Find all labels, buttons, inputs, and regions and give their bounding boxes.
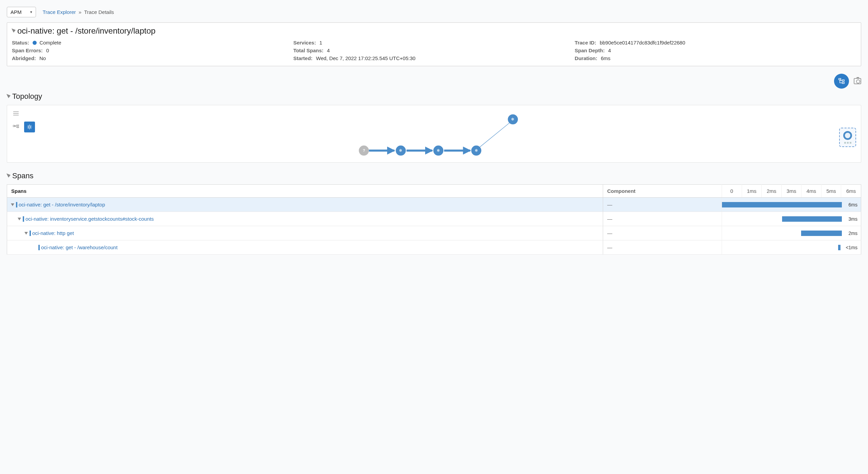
col-time-1: 1ms bbox=[742, 185, 762, 198]
span-color-marker bbox=[38, 245, 40, 250]
col-spans[interactable]: Spans bbox=[7, 185, 603, 198]
svg-text:✻: ✻ bbox=[437, 148, 440, 152]
topology-panel: ? ✻ ✻ ✻ ✻ bbox=[7, 105, 861, 163]
span-depth-label: Span Depth: bbox=[575, 48, 604, 53]
breadcrumb-separator: » bbox=[79, 9, 82, 15]
span-duration-bar[interactable] bbox=[722, 202, 842, 207]
span-row[interactable]: oci-native: get - /store/inventory/lapto… bbox=[7, 198, 861, 212]
span-duration-bar[interactable] bbox=[782, 216, 842, 222]
span-duration-label: 6ms bbox=[842, 202, 857, 207]
services-value: 1 bbox=[320, 40, 322, 45]
span-name-link[interactable]: oci-native: get - /warehouse/count bbox=[41, 244, 117, 250]
svg-line-15 bbox=[480, 122, 510, 147]
layout-icon[interactable] bbox=[11, 122, 21, 132]
span-color-marker bbox=[23, 216, 24, 222]
svg-rect-8 bbox=[17, 127, 19, 128]
span-duration-label: 3ms bbox=[842, 216, 857, 222]
services-label: Services: bbox=[293, 40, 316, 45]
gear-icon bbox=[27, 124, 32, 130]
timeline-cell: 6ms bbox=[722, 198, 861, 212]
status-dot-icon bbox=[33, 41, 37, 45]
span-depth-value: 4 bbox=[608, 48, 611, 53]
tree-view-icon bbox=[838, 78, 845, 84]
span-name-link[interactable]: oci-native: http get bbox=[32, 230, 74, 236]
component-cell: — bbox=[603, 240, 722, 255]
span-errors-label: Span Errors: bbox=[12, 48, 43, 53]
spans-title: Spans bbox=[12, 171, 33, 180]
span-duration-bar[interactable] bbox=[838, 245, 840, 250]
started-value: Wed, Dec 7, 2022 17:02:25.545 UTC+05:30 bbox=[316, 55, 416, 61]
svg-point-11 bbox=[29, 126, 31, 128]
span-name-link[interactable]: oci-native: get - /store/inventory/lapto… bbox=[19, 202, 105, 207]
duration-label: Duration: bbox=[575, 55, 597, 61]
started-label: Started: bbox=[293, 55, 313, 61]
svg-rect-0 bbox=[839, 78, 841, 80]
breadcrumb: Trace Explorer » Trace Details bbox=[43, 9, 114, 15]
spans-table: Spans Component 0 1ms 2ms 3ms 4ms 5ms 6m… bbox=[7, 184, 861, 255]
component-cell: — bbox=[603, 212, 722, 226]
duration-value: 6ms bbox=[601, 55, 610, 61]
col-component[interactable]: Component bbox=[603, 185, 722, 198]
component-cell: — bbox=[603, 226, 722, 240]
settings-button[interactable] bbox=[24, 122, 35, 132]
status-value: Complete bbox=[39, 40, 61, 45]
component-cell: — bbox=[603, 198, 722, 212]
trace-id-label: Trace ID: bbox=[575, 40, 596, 45]
svg-text:✻: ✻ bbox=[475, 148, 478, 152]
legend-ring-icon bbox=[843, 131, 852, 140]
screenshot-button[interactable] bbox=[854, 78, 861, 84]
col-time-2: 2ms bbox=[762, 185, 782, 198]
col-time-5: 5ms bbox=[821, 185, 841, 198]
span-color-marker bbox=[16, 202, 17, 207]
breadcrumb-current: Trace Details bbox=[84, 9, 114, 15]
topology-node[interactable]: ✻ bbox=[396, 146, 406, 156]
svg-rect-1 bbox=[842, 80, 844, 81]
topology-node[interactable]: ✻ bbox=[508, 114, 518, 125]
svg-line-9 bbox=[15, 125, 17, 126]
spans-toggle-icon[interactable] bbox=[6, 174, 11, 178]
apm-selector-value: APM bbox=[11, 9, 22, 15]
view-mode-button[interactable] bbox=[834, 74, 849, 89]
col-time-0: 0 bbox=[722, 185, 742, 198]
span-errors-value: 0 bbox=[46, 48, 49, 53]
trace-summary-panel: oci-native: get - /store/inventory/lapto… bbox=[7, 22, 861, 66]
total-spans-label: Total Spans: bbox=[293, 48, 324, 53]
topology-legend[interactable] bbox=[839, 128, 856, 147]
svg-text:?: ? bbox=[363, 148, 365, 152]
legend-dots-icon bbox=[844, 142, 851, 144]
topology-toggle-icon[interactable] bbox=[6, 94, 11, 99]
apm-selector[interactable]: APM ▾ bbox=[7, 7, 36, 17]
menu-icon[interactable] bbox=[11, 108, 21, 119]
svg-rect-2 bbox=[842, 82, 844, 84]
trace-title: oci-native: get - /store/inventory/lapto… bbox=[17, 26, 156, 36]
timeline-cell: 2ms bbox=[722, 226, 861, 240]
expand-toggle-icon[interactable] bbox=[11, 203, 14, 206]
span-duration-bar[interactable] bbox=[801, 231, 842, 236]
span-row[interactable]: oci-native: inventoryservice.getstockcou… bbox=[7, 212, 861, 226]
total-spans-value: 4 bbox=[327, 48, 330, 53]
topology-title: Topology bbox=[12, 92, 42, 101]
breadcrumb-parent-link[interactable]: Trace Explorer bbox=[43, 9, 76, 15]
svg-line-10 bbox=[15, 126, 17, 127]
span-row[interactable]: oci-native: http get—2ms bbox=[7, 226, 861, 240]
timeline-cell: 3ms bbox=[722, 212, 861, 226]
abridged-label: Abridged: bbox=[12, 55, 36, 61]
span-color-marker bbox=[30, 231, 31, 236]
topology-node[interactable]: ✻ bbox=[433, 146, 444, 156]
topology-node[interactable]: ✻ bbox=[471, 146, 482, 156]
expand-toggle-icon[interactable] bbox=[18, 218, 21, 220]
chevron-down-icon: ▾ bbox=[30, 10, 32, 14]
timeline-cell: <1ms bbox=[722, 240, 861, 255]
status-label: Status: bbox=[12, 40, 29, 45]
span-row[interactable]: oci-native: get - /warehouse/count—<1ms bbox=[7, 240, 861, 255]
abridged-value: No bbox=[39, 55, 46, 61]
collapse-toggle-icon[interactable] bbox=[12, 29, 16, 33]
col-time-4: 4ms bbox=[801, 185, 821, 198]
topology-graph[interactable]: ? ✻ ✻ ✻ ✻ bbox=[7, 105, 861, 162]
span-name-link[interactable]: oci-native: inventoryservice.getstockcou… bbox=[25, 216, 154, 222]
svg-text:✻: ✻ bbox=[399, 148, 402, 152]
svg-text:✻: ✻ bbox=[511, 117, 514, 121]
svg-rect-6 bbox=[13, 125, 15, 127]
col-time-3: 3ms bbox=[781, 185, 801, 198]
expand-toggle-icon[interactable] bbox=[24, 232, 28, 235]
